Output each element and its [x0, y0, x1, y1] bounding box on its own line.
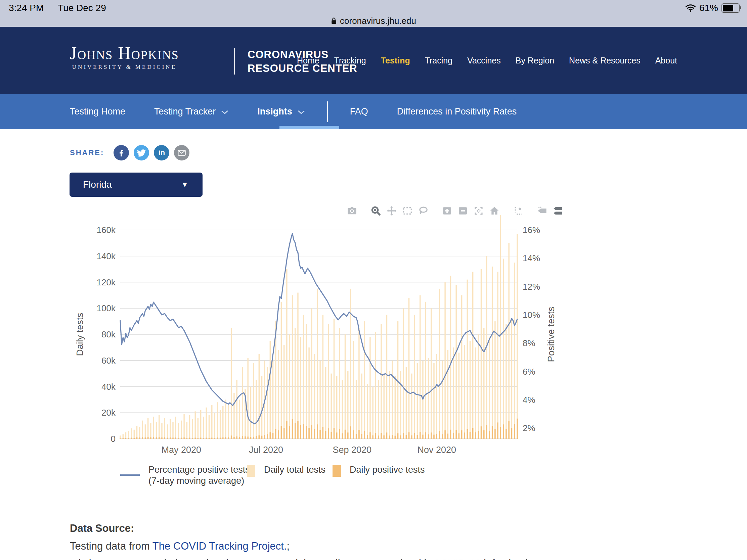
y-right-tick: 16%	[523, 225, 540, 235]
data-source-heading: Data Source:	[70, 523, 658, 534]
nav-item-home[interactable]: Home	[297, 56, 319, 65]
legend-swatch	[333, 465, 341, 477]
battery-percent: 61%	[699, 3, 718, 14]
sub-nav: Testing HomeTesting TrackerInsightsFAQDi…	[0, 94, 747, 129]
y-left-tick: 100k	[97, 303, 116, 313]
subnav-item-label: Testing Home	[70, 106, 125, 117]
subnav-item-label: Insights	[257, 106, 292, 117]
y-left-axis-title: Daily tests	[75, 313, 85, 356]
email-icon[interactable]	[174, 145, 189, 160]
site-header: Johns Hopkins UNIVERSITY & MEDICINE CORO…	[0, 27, 747, 94]
share-row: SHARE: in	[70, 145, 189, 160]
y-left-tick: 120k	[97, 277, 116, 287]
data-source-suffix: ;	[287, 540, 290, 552]
nav-item-by-region[interactable]: By Region	[516, 56, 554, 65]
subnav-item-label: Differences in Positivity Rates	[397, 106, 517, 117]
line-series-percentage-positive-tests-7-day-moving-average	[120, 234, 517, 424]
state-selector-value: Florida	[83, 179, 181, 190]
y-left-tick: 140k	[97, 251, 116, 261]
nav-item-about[interactable]: About	[655, 56, 677, 65]
nav-item-news-resources[interactable]: News & Resources	[569, 56, 641, 65]
subnav-item-label: FAQ	[350, 106, 368, 117]
nav-item-tracking[interactable]: Tracking	[334, 56, 366, 65]
url-text: coronavirus.jhu.edu	[340, 16, 416, 26]
legend-item-percentage-positive-tests[interactable]: Percentage positive tests(7-day moving a…	[120, 464, 250, 486]
status-bar: 3:24 PM Tue Dec 29 61%	[0, 0, 747, 15]
y-right-axis-title: Positive tests	[546, 307, 556, 362]
legend-label: Percentage positive tests(7-day moving a…	[149, 464, 250, 486]
linkedin-icon[interactable]: in	[154, 145, 169, 160]
y-right-tick: 6%	[523, 367, 535, 377]
bar-series-daily-positive-tests	[120, 419, 518, 439]
x-tick: Jul 2020	[249, 445, 283, 455]
subnav-item-testing-home[interactable]: Testing Home	[70, 106, 125, 117]
subnav-item-faq[interactable]: FAQ	[350, 106, 368, 117]
x-tick: Sep 2020	[333, 445, 371, 455]
subnav-item-insights[interactable]: Insights	[257, 106, 305, 117]
y-right-tick: 2%	[523, 423, 535, 433]
x-tick: May 2020	[161, 445, 202, 455]
chevron-down-icon	[221, 106, 228, 117]
covid-tracking-project-link[interactable]: The COVID Tracking Project.	[153, 540, 287, 552]
data-source-body: It is important to track the testing tha…	[70, 558, 658, 560]
legend-swatch	[120, 474, 140, 476]
battery-icon	[721, 3, 740, 13]
y-left-tick: 60k	[101, 355, 116, 366]
x-tick: Nov 2020	[417, 445, 456, 455]
y-left-tick: 20k	[101, 407, 116, 418]
y-left-tick: 160k	[97, 225, 116, 235]
jhu-logo-subtext: UNIVERSITY & MEDICINE	[70, 64, 179, 71]
status-date: Tue Dec 29	[58, 3, 106, 13]
wifi-icon	[685, 4, 696, 12]
chart-legend: Percentage positive tests(7-day moving a…	[0, 464, 747, 495]
y-right-tick: 8%	[523, 338, 535, 348]
caret-down-icon: ▼	[181, 180, 188, 189]
nav-item-tracing[interactable]: Tracing	[425, 56, 453, 65]
share-label: SHARE:	[70, 149, 104, 157]
main-nav: HomeTrackingTestingTracingVaccinesBy Reg…	[297, 27, 677, 94]
y-right-tick: 12%	[523, 282, 540, 292]
screen: 3:24 PM Tue Dec 29 61%	[0, 0, 747, 560]
testing-trends-chart[interactable]: 020k40k60k80k100k120k140k160k2%4%6%8%10%…	[0, 215, 747, 470]
legend-item-daily-positive-tests[interactable]: Daily positive tests	[333, 464, 425, 477]
nav-item-vaccines[interactable]: Vaccines	[467, 56, 501, 65]
y-left-tick: 40k	[101, 382, 116, 392]
y-left-tick: 80k	[101, 329, 116, 340]
state-selector[interactable]: Florida ▼	[70, 172, 203, 197]
twitter-icon[interactable]	[134, 145, 149, 160]
y-left-tick: 0	[111, 434, 115, 444]
legend-label: Daily positive tests	[350, 464, 425, 475]
legend-swatch	[247, 465, 255, 477]
data-source-section: Data Source: Testing data from The COVID…	[70, 523, 658, 560]
browser-chrome: 3:24 PM Tue Dec 29 61%	[0, 0, 747, 27]
lock-icon	[331, 17, 337, 25]
jhu-logo[interactable]: Johns Hopkins UNIVERSITY & MEDICINE	[70, 44, 179, 71]
address-bar[interactable]: coronavirus.jhu.edu	[0, 15, 747, 27]
y-right-tick: 4%	[523, 395, 535, 405]
nav-item-testing[interactable]: Testing	[381, 56, 410, 65]
y-right-tick: 10%	[523, 310, 540, 320]
facebook-icon[interactable]	[113, 145, 129, 160]
subnav-divider	[327, 101, 328, 122]
data-source-prefix: Testing data from	[70, 540, 153, 552]
clock: 3:24 PM	[9, 3, 44, 13]
subnav-item-differences-in-positivity-rates[interactable]: Differences in Positivity Rates	[397, 106, 517, 117]
subnav-item-label: Testing Tracker	[154, 106, 216, 117]
legend-label: Daily total tests	[264, 464, 326, 475]
y-right-tick: 14%	[523, 253, 540, 263]
legend-item-daily-total-tests[interactable]: Daily total tests	[247, 464, 326, 477]
subnav-item-testing-tracker[interactable]: Testing Tracker	[154, 106, 228, 117]
chevron-down-icon	[298, 106, 305, 117]
jhu-logo-text: Johns Hopkins	[70, 44, 179, 62]
active-tab-underline	[280, 126, 339, 129]
logo-divider	[234, 48, 235, 75]
